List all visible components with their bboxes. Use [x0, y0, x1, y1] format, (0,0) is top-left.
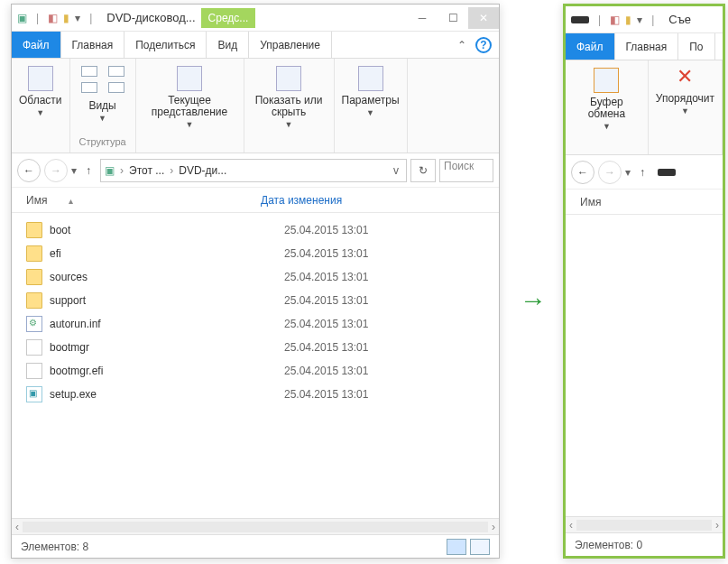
properties-icon[interactable]: ◧	[610, 14, 620, 26]
col-header-date[interactable]: Дата изменения	[261, 194, 484, 207]
new-folder-icon[interactable]: ▮	[625, 14, 631, 26]
ribbon-group-current-view[interactable]: Текущее представление ▼	[136, 59, 244, 153]
ribbon-group-options[interactable]: Параметры ▼	[335, 59, 408, 153]
properties-icon[interactable]: ◧	[48, 12, 58, 24]
current-view-dropdown-icon: ▼	[186, 120, 194, 129]
maximize-button[interactable]: ☐	[438, 7, 468, 29]
details-view-button[interactable]	[447, 539, 466, 555]
blank-icon	[26, 363, 42, 379]
file-row[interactable]: efi25.04.2015 13:01	[26, 242, 484, 265]
help-icon[interactable]: ?	[475, 37, 492, 53]
ribbon: Буфер обмена ▼ ✕ Упорядочит ▼	[566, 60, 723, 155]
file-row[interactable]: bootmgr.efi25.04.2015 13:01	[26, 359, 484, 383]
qat-sep2: |	[89, 12, 92, 24]
ribbon-group-panes[interactable]: Области ▼	[12, 59, 70, 153]
status-text: Элементов: 8	[21, 541, 88, 553]
folder-icon	[26, 222, 42, 238]
ribbon-collapse[interactable]: ⌃ ?	[450, 32, 499, 58]
file-date: 25.04.2015 13:01	[284, 247, 368, 260]
file-row[interactable]: autorun.inf25.04.2015 13:01	[26, 312, 484, 336]
layout-option-icon[interactable]	[81, 66, 97, 77]
forward-button[interactable]: →	[44, 159, 68, 182]
scroll-left-icon[interactable]: ‹	[569, 519, 573, 532]
layout-minis	[78, 62, 101, 97]
tab-share[interactable]: Поделиться	[124, 32, 207, 58]
status-text: Элементов: 0	[575, 539, 642, 551]
ribbon-group-showhide[interactable]: Показать или скрыть ▼	[244, 59, 335, 153]
file-name: setup.exe	[50, 388, 277, 401]
scroll-right-icon[interactable]: ›	[715, 519, 719, 532]
scroll-right-icon[interactable]: ›	[492, 521, 495, 533]
tab-file[interactable]: Файл	[566, 33, 615, 60]
contextual-tab[interactable]: Средс...	[201, 8, 256, 28]
window-title: DVD-дисковод...	[101, 11, 195, 24]
exe-icon	[26, 386, 42, 402]
file-row[interactable]: boot25.04.2015 13:01	[26, 218, 484, 242]
close-button[interactable]: ✕	[468, 7, 499, 29]
tab-view[interactable]: Вид	[207, 32, 249, 58]
tab-manage[interactable]: Управление	[249, 32, 332, 58]
views-dropdown-icon: ▼	[98, 114, 106, 123]
qat-sep: |	[36, 12, 39, 24]
h-scrollbar[interactable]: ‹ ›	[566, 516, 723, 532]
ribbon-tabs: Файл Главная По	[566, 33, 723, 60]
file-name: support	[50, 294, 277, 307]
file-row[interactable]: setup.exe25.04.2015 13:01	[26, 383, 484, 406]
tab-file[interactable]: Файл	[12, 32, 61, 58]
scroll-track[interactable]	[576, 520, 712, 531]
qat-dropdown-icon[interactable]: ▾	[637, 14, 642, 26]
panes-icon	[28, 66, 53, 91]
recent-dropdown-icon[interactable]: ▾	[71, 164, 77, 177]
col-header-name[interactable]: Имя	[580, 196, 708, 208]
new-folder-icon[interactable]: ▮	[63, 12, 69, 24]
address-dropdown-icon[interactable]: v	[390, 164, 402, 177]
options-icon	[358, 66, 383, 91]
tabs-spacer	[332, 32, 450, 58]
panes-label: Области	[19, 95, 62, 106]
column-headers: Имя ▴ Дата изменения	[12, 188, 499, 213]
file-row[interactable]: sources25.04.2015 13:01	[26, 265, 484, 289]
crumb-1[interactable]: Этот ...	[129, 164, 164, 177]
scroll-left-icon[interactable]: ‹	[15, 521, 19, 533]
layout-option-icon[interactable]	[81, 82, 97, 93]
ribbon-group-clipboard[interactable]: Буфер обмена ▼	[566, 60, 649, 154]
ribbon-group-organize[interactable]: ✕ Упорядочит ▼	[649, 60, 723, 154]
col-header-name[interactable]: Имя ▴	[26, 194, 261, 207]
sort-indicator-icon: ▴	[69, 196, 73, 206]
minimize-button[interactable]: ─	[407, 7, 438, 29]
address-bar[interactable]: ▣ › Этот ... › DVD-ди... v	[100, 159, 407, 182]
views-label: Виды	[88, 100, 115, 112]
views-group-caption: Структура	[78, 136, 125, 149]
recent-dropdown-icon[interactable]: ▾	[625, 166, 631, 179]
layout-option-icon[interactable]	[108, 82, 124, 93]
file-row[interactable]: bootmgr25.04.2015 13:01	[26, 336, 484, 359]
forward-button[interactable]: →	[598, 161, 622, 184]
file-date: 25.04.2015 13:01	[284, 294, 368, 307]
titlebar[interactable]: ▣ | ◧ ▮ ▾ | DVD-дисковод... Средс... ─ ☐…	[12, 5, 499, 32]
tab-home[interactable]: Главная	[61, 32, 125, 58]
clipboard-dropdown-icon: ▼	[603, 122, 611, 131]
back-button[interactable]: ←	[17, 159, 41, 182]
up-button[interactable]: ↑	[80, 164, 97, 177]
h-scrollbar[interactable]: ‹ ›	[12, 518, 499, 534]
back-button[interactable]: ←	[571, 161, 594, 184]
ribbon-group-views[interactable]: Виды ▼ Структура	[70, 59, 136, 153]
usb-drive-icon-addr	[658, 169, 676, 176]
tab-home[interactable]: Главная	[615, 33, 679, 60]
file-date: 25.04.2015 13:01	[284, 388, 368, 401]
icons-view-button[interactable]	[470, 539, 490, 555]
tab-share[interactable]: По	[678, 33, 714, 60]
scroll-track[interactable]	[23, 522, 488, 532]
op-caption	[369, 136, 372, 149]
crumb-2[interactable]: DVD-ди...	[179, 164, 226, 177]
layout-option-icon[interactable]	[108, 66, 124, 77]
qat-sep2: |	[651, 14, 654, 26]
file-row[interactable]: support25.04.2015 13:01	[26, 289, 484, 312]
search-input[interactable]: Поиск	[439, 159, 493, 182]
refresh-button[interactable]: ↻	[410, 159, 436, 182]
nav-bar: ← → ▾ ↑	[566, 155, 723, 190]
qat-dropdown-icon[interactable]: ▾	[75, 12, 80, 24]
up-button[interactable]: ↑	[634, 166, 650, 179]
titlebar[interactable]: | ◧ ▮ ▾ | Съе	[566, 6, 723, 33]
current-view-label: Текущее представление	[143, 95, 236, 118]
